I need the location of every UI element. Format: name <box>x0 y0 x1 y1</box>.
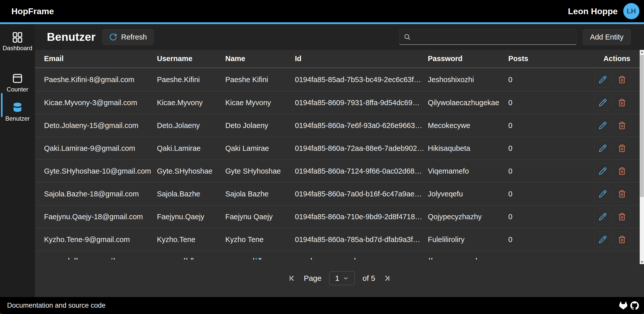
cell-email: Qaki.Lamirae-9@gmail.com <box>44 144 157 153</box>
cell-actions <box>594 163 630 179</box>
cell-password: Viqemamefo <box>428 167 508 175</box>
edit-button[interactable] <box>594 209 611 225</box>
github-icon[interactable] <box>630 301 639 310</box>
column-header-password: Password <box>428 54 508 63</box>
table-row: Sajola.Bazhe-18@gmail.com Sajola.Bazhe S… <box>35 182 644 205</box>
trash-icon <box>618 213 626 221</box>
active-item-indicator <box>1 93 3 117</box>
dashboard-grid-icon <box>12 31 23 43</box>
search-input[interactable] <box>415 33 572 41</box>
trash-icon <box>618 167 626 175</box>
column-header-name: Name <box>225 54 295 63</box>
table-header-row: Email Username Name Id Password Posts Ac… <box>35 50 644 68</box>
edit-button[interactable] <box>594 186 611 202</box>
of-label: of <box>363 274 369 282</box>
total-pages: 5 <box>371 274 375 282</box>
add-entity-button[interactable]: Add Entity <box>583 29 631 45</box>
delete-button[interactable] <box>614 232 630 247</box>
table-row: Paeshe.Kifini-8@gmail.com Paeshe.Kifini … <box>35 68 644 91</box>
cell-name: Faejynu Qaejy <box>225 213 295 221</box>
table-body: Paeshe.Kifini-8@gmail.com Paeshe.Kifini … <box>35 68 644 251</box>
documentation-link[interactable]: Documentation and source code <box>7 302 106 309</box>
cell-actions <box>594 232 630 247</box>
scrollbar-down-arrow[interactable] <box>640 260 644 264</box>
accent-divider <box>0 22 644 24</box>
sidebar-item-benutzer[interactable]: Benutzer <box>0 102 35 122</box>
sidebar-item-dashboard[interactable]: Dashboard <box>0 31 35 52</box>
cell-password: Qilywolaecazhugekae <box>428 99 508 107</box>
edit-button[interactable] <box>594 163 611 179</box>
cell-password: Hikisaqubeta <box>428 144 508 153</box>
cell-posts: 0 <box>508 99 594 107</box>
cell-id: 0194fa85-860a-72aa-88e6-7adeb902… <box>295 144 428 153</box>
cell-name: Paeshe Kifini <box>225 76 295 84</box>
pencil-icon <box>599 144 607 152</box>
search-box <box>399 29 576 45</box>
trash-icon <box>618 99 626 107</box>
gitlab-icon[interactable] <box>619 302 627 310</box>
delete-button[interactable] <box>614 186 630 202</box>
search-icon <box>404 33 411 41</box>
delete-button[interactable] <box>614 118 630 133</box>
table-row: Kicae.Myvony-3@gmail.com Kicae.Myvony Ki… <box>35 91 644 114</box>
avatar-initials: LH <box>627 7 636 15</box>
sidebar-item-counter[interactable]: Counter <box>0 72 35 93</box>
page-count: of 5 <box>363 274 375 283</box>
cell-username: Faejynu.Qaejy <box>157 213 225 221</box>
avatar[interactable]: LH <box>623 3 639 19</box>
cell-email: Kicae.Myvony-3@gmail.com <box>44 99 157 107</box>
refresh-button[interactable]: Refresh <box>102 29 154 45</box>
delete-button[interactable] <box>614 72 630 87</box>
cell-id: 0194fa85-860a-710e-9bd9-2d8f4718… <box>295 213 428 221</box>
edit-button[interactable] <box>594 95 611 110</box>
first-page-button[interactable] <box>288 274 296 283</box>
cell-username: Paeshe.Kifini <box>157 76 225 84</box>
edit-button[interactable] <box>594 232 611 247</box>
cell-actions <box>594 186 630 202</box>
cell-id: 0194fa85-8609-7931-8ffa-9d54dc69… <box>295 99 428 107</box>
cell-id: 0194fa85-85ad-7b53-bc49-2ec6c63f… <box>295 76 428 84</box>
cell-email: Gyte.SHyhoshae-10@gmail.com <box>44 167 157 175</box>
delete-button[interactable] <box>614 209 630 225</box>
last-page-button[interactable] <box>383 274 391 283</box>
cell-email: Kyzho.Tene-9@gmail.com <box>44 235 157 244</box>
column-header-posts: Posts <box>508 54 594 63</box>
trash-icon <box>618 190 626 198</box>
brand-logo[interactable]: HopFrame <box>11 6 54 16</box>
cell-password: Qojypecyzhazhy <box>428 213 508 221</box>
delete-button[interactable] <box>614 163 630 179</box>
cell-actions <box>594 95 630 110</box>
cell-posts: 0 <box>508 235 594 244</box>
trash-icon <box>618 235 626 244</box>
cell-actions <box>594 209 630 225</box>
cell-email: Faejynu.Qaejy-18@gmail.com <box>44 213 157 221</box>
edit-button[interactable] <box>594 118 611 133</box>
delete-button[interactable] <box>614 95 630 110</box>
table-row: Qaki.Lamirae-9@gmail.com Qaki.Lamirae Qa… <box>35 137 644 159</box>
sidebar-item-label: Benutzer <box>5 115 30 122</box>
cell-username: Sajola.Bazhe <box>157 190 225 198</box>
delete-button[interactable] <box>614 140 630 156</box>
scrollbar-up-arrow[interactable] <box>640 50 644 54</box>
database-icon <box>12 102 23 113</box>
scrollbar-thumb[interactable] <box>640 55 644 197</box>
cell-email: Paeshe.Kifini-8@gmail.com <box>44 76 157 84</box>
cell-username: Deto.Jolaeny <box>157 121 225 130</box>
table-row: Kyzho.Tene-9@gmail.com Kyzho.Tene Kyzho … <box>35 228 644 251</box>
cell-name: Qaki Lamirae <box>225 144 295 153</box>
trash-icon <box>618 121 626 130</box>
cell-password: Jolyveqefu <box>428 190 508 198</box>
cell-name: Gyte SHyhoshae <box>225 167 295 175</box>
pencil-icon <box>599 121 607 130</box>
cell-posts: 0 <box>508 121 594 130</box>
edit-button[interactable] <box>594 140 611 156</box>
vertical-scrollbar[interactable] <box>640 50 644 264</box>
table-row: Deto.Jolaeny-15@gmail.com Deto.Jolaeny D… <box>35 114 644 137</box>
cell-username: Qaki.Lamirae <box>157 144 225 153</box>
edit-button[interactable] <box>594 72 611 87</box>
page-select[interactable]: 1 <box>329 271 355 285</box>
cell-actions <box>594 72 630 87</box>
refresh-icon <box>109 33 117 41</box>
pencil-icon <box>599 167 607 175</box>
page-label: Page <box>304 274 321 283</box>
